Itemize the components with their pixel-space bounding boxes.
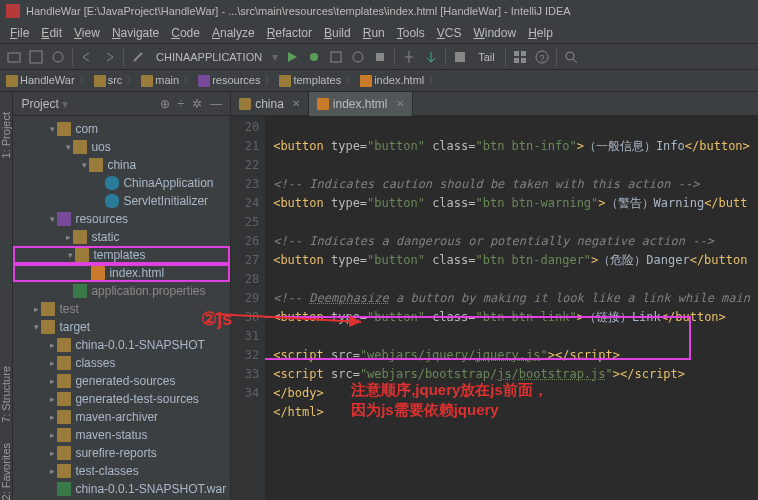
tree-row[interactable]: ▾uos: [13, 138, 230, 156]
tree-row[interactable]: ▸test-classes: [13, 462, 230, 480]
code-area[interactable]: 20 21 22 23 24 25 26 27 28 29 30 31 32 3…: [231, 116, 758, 500]
tree-row[interactable]: ▸maven-status: [13, 426, 230, 444]
tree-row[interactable]: index.html: [13, 264, 230, 282]
tree-row[interactable]: ▾china: [13, 156, 230, 174]
tree-row[interactable]: ▸test: [13, 300, 230, 318]
breadcrumb-item[interactable]: src: [94, 74, 123, 87]
menu-view[interactable]: View: [68, 26, 106, 40]
locate-icon[interactable]: ⊕: [160, 97, 170, 111]
menu-analyze[interactable]: Analyze: [206, 26, 261, 40]
expand-arrow-icon[interactable]: ▾: [79, 160, 89, 170]
run-icon[interactable]: [284, 49, 300, 65]
tree-row[interactable]: ServletInitializer: [13, 192, 230, 210]
tree-row[interactable]: ▸china-0.0.1-SNAPSHOT: [13, 336, 230, 354]
tail-icon[interactable]: [452, 49, 468, 65]
profile-icon[interactable]: [350, 49, 366, 65]
collapse-icon[interactable]: ÷: [178, 97, 185, 111]
menu-file[interactable]: File: [4, 26, 35, 40]
menu-build[interactable]: Build: [318, 26, 357, 40]
menu-vcs[interactable]: VCS: [431, 26, 468, 40]
vcs-icon[interactable]: [401, 49, 417, 65]
file-icon: [57, 482, 71, 496]
menu-navigate[interactable]: Navigate: [106, 26, 165, 40]
menu-refactor[interactable]: Refactor: [261, 26, 318, 40]
tree-row[interactable]: ▸generated-test-sources: [13, 390, 230, 408]
expand-arrow-icon[interactable]: ▸: [47, 376, 57, 386]
editor-tab[interactable]: china✕: [231, 92, 309, 116]
search-icon[interactable]: [563, 49, 579, 65]
open-icon[interactable]: [6, 49, 22, 65]
tree-row[interactable]: ▾resources: [13, 210, 230, 228]
tree-row[interactable]: application.properties: [13, 282, 230, 300]
tree-row[interactable]: ▾target: [13, 318, 230, 336]
close-tab-icon[interactable]: ✕: [292, 98, 300, 109]
tree-row[interactable]: ▸surefire-reports: [13, 444, 230, 462]
tree-row[interactable]: ▸maven-archiver: [13, 408, 230, 426]
tree-row[interactable]: ChinaApplication: [13, 174, 230, 192]
hammer-icon[interactable]: [130, 49, 146, 65]
editor-tab[interactable]: index.html✕: [309, 92, 413, 116]
save-icon[interactable]: [28, 49, 44, 65]
gear-icon[interactable]: ✲: [192, 97, 202, 111]
project-tree[interactable]: ▾com▾uos▾chinaChinaApplicationServletIni…: [13, 116, 230, 500]
expand-arrow-icon[interactable]: ▸: [47, 358, 57, 368]
folder-icon: [41, 320, 55, 334]
annotation-js-label: ②js: [201, 308, 232, 330]
expand-arrow-icon[interactable]: ▾: [65, 250, 75, 260]
expand-arrow-icon[interactable]: ▾: [63, 142, 73, 152]
menu-tools[interactable]: Tools: [391, 26, 431, 40]
debug-icon[interactable]: [306, 49, 322, 65]
stripe-project[interactable]: 1: Project: [0, 112, 12, 158]
expand-arrow-icon[interactable]: ▾: [31, 322, 41, 332]
code-content[interactable]: <button type="button" class="btn btn-inf…: [265, 116, 758, 500]
expand-arrow-icon[interactable]: ▸: [47, 412, 57, 422]
editor: china✕index.html✕ 20 21 22 23 24 25 26 2…: [231, 92, 758, 500]
undo-icon[interactable]: [79, 49, 95, 65]
refresh-icon[interactable]: [50, 49, 66, 65]
expand-arrow-icon[interactable]: ▾: [47, 124, 57, 134]
tree-row[interactable]: ▾templates: [13, 246, 230, 264]
expand-arrow-icon[interactable]: ▸: [47, 466, 57, 476]
tail-label[interactable]: Tail: [474, 51, 499, 63]
stripe-favorites[interactable]: 2: Favorites: [0, 443, 12, 500]
folder-icon: [89, 158, 103, 172]
tree-label: templates: [93, 248, 145, 262]
menu-window[interactable]: Window: [467, 26, 522, 40]
tree-row[interactable]: ▾com: [13, 120, 230, 138]
menu-edit[interactable]: Edit: [35, 26, 68, 40]
expand-arrow-icon[interactable]: ▸: [47, 448, 57, 458]
expand-arrow-icon[interactable]: ▾: [47, 214, 57, 224]
menu-run[interactable]: Run: [357, 26, 391, 40]
tree-row[interactable]: ▸classes: [13, 354, 230, 372]
help-icon[interactable]: ?: [534, 49, 550, 65]
tree-row[interactable]: ▸generated-sources: [13, 372, 230, 390]
svg-rect-4: [331, 52, 341, 62]
expand-arrow-icon[interactable]: ▸: [31, 304, 41, 314]
breadcrumb-item[interactable]: templates: [279, 74, 341, 87]
grid-icon[interactable]: [512, 49, 528, 65]
update-icon[interactable]: [423, 49, 439, 65]
expand-arrow-icon[interactable]: ▸: [47, 430, 57, 440]
expand-arrow-icon[interactable]: ▸: [63, 232, 73, 242]
expand-arrow-icon[interactable]: ▸: [47, 394, 57, 404]
run-config-select[interactable]: CHINAAPPLICATION: [152, 51, 266, 63]
redo-icon[interactable]: [101, 49, 117, 65]
coverage-icon[interactable]: [328, 49, 344, 65]
expand-arrow-icon[interactable]: ▸: [47, 340, 57, 350]
menu-help[interactable]: Help: [522, 26, 559, 40]
hide-icon[interactable]: —: [210, 97, 222, 111]
stop-icon[interactable]: [372, 49, 388, 65]
close-tab-icon[interactable]: ✕: [396, 98, 404, 109]
menu-bar[interactable]: FileEditViewNavigateCodeAnalyzeRefactorB…: [0, 22, 758, 44]
svg-rect-10: [514, 58, 519, 63]
stripe-structure[interactable]: 7: Structure: [0, 366, 12, 423]
tree-row[interactable]: ▸static: [13, 228, 230, 246]
tab-label: china: [255, 97, 284, 111]
tree-label: ServletInitializer: [123, 194, 208, 208]
breadcrumb-item[interactable]: HandleWar: [6, 74, 75, 87]
breadcrumb-item[interactable]: index.html: [360, 74, 424, 87]
menu-code[interactable]: Code: [165, 26, 206, 40]
tree-row[interactable]: china-0.0.1-SNAPSHOT.war: [13, 480, 230, 498]
breadcrumb-item[interactable]: resources: [198, 74, 260, 87]
breadcrumb-item[interactable]: main: [141, 74, 179, 87]
